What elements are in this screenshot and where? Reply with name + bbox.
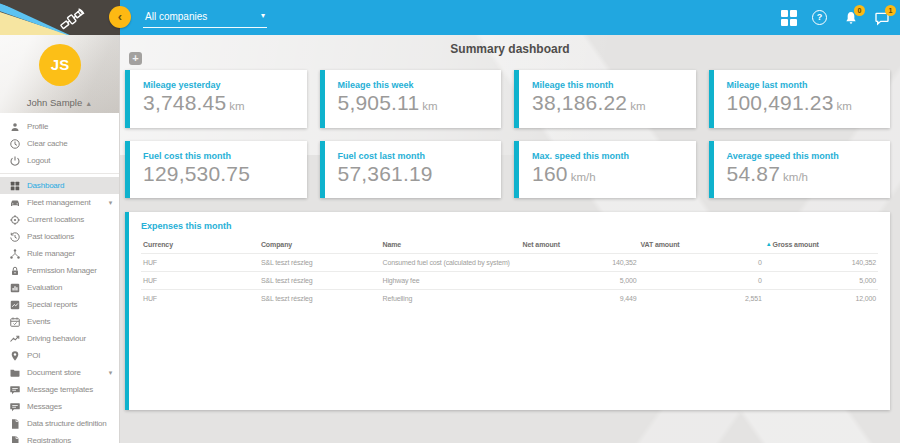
sidebar-item-special-reports[interactable]: Special reports — [0, 296, 119, 313]
card-mileage-yesterday: Mileage yesterday 3,748.45km — [125, 70, 307, 128]
sidebar-item-data-structure-definition[interactable]: Data structure definition — [0, 415, 119, 432]
dashboard-grid-icon — [9, 180, 21, 192]
card-mileage-this-month: Mileage this month 38,186.22km — [514, 70, 696, 128]
messages-badge: 1 — [885, 5, 896, 16]
chevron-down-icon: ▾ — [109, 369, 112, 377]
report-icon — [9, 299, 21, 311]
lock-icon — [9, 265, 21, 277]
document-icon — [9, 435, 21, 443]
user-name-toggle[interactable]: John Sample▲ — [0, 97, 119, 108]
notifications-badge: 0 — [854, 5, 865, 16]
main-content: Summary dashboard + Mileage yesterday 3,… — [120, 35, 900, 443]
power-icon — [9, 155, 21, 167]
calendar-icon — [9, 316, 21, 328]
app-logo — [0, 0, 120, 35]
history-icon — [9, 231, 21, 243]
map-pin-icon — [9, 350, 21, 362]
clock-icon — [9, 138, 21, 150]
person-icon — [9, 121, 21, 133]
sidebar-item-fleet-management[interactable]: Fleet management ▾ — [0, 194, 119, 211]
sidebar-item-driving-behaviour[interactable]: Driving behaviour — [0, 330, 119, 347]
card-fuel-cost-last-month: Fuel cost last month 57,361.19 — [320, 141, 502, 198]
company-selector-value: All companies — [145, 11, 207, 22]
messages-icon[interactable]: 1 — [874, 10, 890, 26]
column-header-name[interactable]: Name — [381, 238, 521, 254]
column-header-vat-amount[interactable]: VAT amount — [638, 238, 763, 254]
sidebar-item-dashboard[interactable]: Dashboard — [0, 177, 119, 194]
car-icon — [9, 197, 21, 209]
sidebar-item-poi[interactable]: POI — [0, 347, 119, 364]
table-row: HUF S&L teszt részleg Highway fee 5,000 … — [141, 272, 878, 290]
sidebar-item-permission-manager[interactable]: Permission Manager — [0, 262, 119, 279]
column-header-currency[interactable]: Currency — [141, 238, 259, 254]
card-max-speed-this-month: Max. speed this month 160km/h — [514, 141, 696, 198]
sidebar-item-current-locations[interactable]: Current locations — [0, 211, 119, 228]
page-title: Summary dashboard — [120, 35, 900, 56]
sidebar-item-registrations[interactable]: Registrations — [0, 432, 119, 443]
table-row: HUF S&L teszt részleg Consumed fuel cost… — [141, 254, 878, 272]
sidebar-item-past-locations[interactable]: Past locations — [0, 228, 119, 245]
sidebar-item-rule-manager[interactable]: Rule manager — [0, 245, 119, 262]
hierarchy-icon — [9, 248, 21, 260]
sidebar-item-profile[interactable]: Profile — [0, 118, 119, 135]
table-row: HUF S&L teszt részleg Refuelling 9,449 2… — [141, 290, 878, 308]
apps-grid-icon[interactable] — [781, 10, 797, 26]
sidebar: JS John Sample▲ Profile Clear cache Logo… — [0, 35, 120, 443]
sidebar-item-message-templates[interactable]: Message templates — [0, 381, 119, 398]
target-icon — [9, 214, 21, 226]
sort-caret-icon: ▲ — [766, 241, 772, 247]
topbar-icons: ? 0 1 — [781, 0, 890, 35]
satellite-logo-icon — [58, 4, 86, 32]
trend-icon — [9, 333, 21, 345]
account-menu: Profile Clear cache Logout — [0, 113, 119, 174]
company-selector[interactable]: All companies ▾ — [143, 8, 267, 28]
card-mileage-this-week: Mileage this week 5,905.11km — [320, 70, 502, 128]
help-icon[interactable]: ? — [812, 10, 828, 26]
expenses-title: Expenses this month — [141, 221, 878, 231]
expenses-table: Currency Company Name Net amount VAT amo… — [141, 238, 878, 307]
summary-cards: Mileage yesterday 3,748.45km Mileage thi… — [125, 70, 890, 198]
sidebar-item-events[interactable]: Events — [0, 313, 119, 330]
expenses-panel: Expenses this month Currency Company Nam… — [125, 212, 890, 410]
folder-icon — [9, 367, 21, 379]
chat-icon — [9, 384, 21, 396]
add-widget-button[interactable]: + — [129, 52, 142, 65]
user-block: JS John Sample▲ — [0, 35, 119, 113]
table-header-row: Currency Company Name Net amount VAT amo… — [141, 238, 878, 254]
avatar[interactable]: JS — [39, 44, 81, 86]
sidebar-item-evaluation[interactable]: Evaluation — [0, 279, 119, 296]
chat-icon — [9, 401, 21, 413]
main-menu: Dashboard Fleet management ▾ Current loc… — [0, 174, 119, 443]
bar-chart-icon — [9, 282, 21, 294]
document-icon — [9, 418, 21, 430]
collapse-caret-icon: ▲ — [85, 100, 92, 107]
column-header-gross-amount[interactable]: ▲Gross amount — [764, 238, 878, 254]
card-mileage-last-month: Mileage last month 100,491.23km — [709, 70, 891, 128]
card-fuel-cost-this-month: Fuel cost this month 129,530.75 — [125, 141, 307, 198]
column-header-net-amount[interactable]: Net amount — [521, 238, 639, 254]
card-average-speed-this-month: Average speed this month 54.87km/h — [709, 141, 891, 198]
column-header-company[interactable]: Company — [259, 238, 381, 254]
notifications-bell-icon[interactable]: 0 — [843, 10, 859, 26]
chevron-down-icon: ▾ — [109, 199, 112, 207]
sidebar-collapse-button[interactable]: ‹ — [109, 6, 131, 28]
chevron-down-icon: ▾ — [261, 11, 265, 20]
sidebar-item-logout[interactable]: Logout — [0, 152, 119, 169]
sidebar-item-messages[interactable]: Messages — [0, 398, 119, 415]
sidebar-item-document-store[interactable]: Document store ▾ — [0, 364, 119, 381]
sidebar-item-clear-cache[interactable]: Clear cache — [0, 135, 119, 152]
topbar: ‹ All companies ▾ ? 0 1 — [0, 0, 900, 35]
